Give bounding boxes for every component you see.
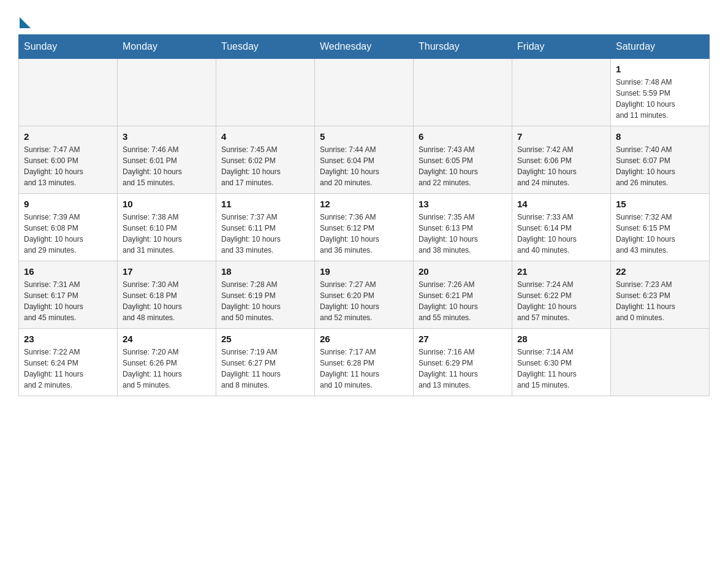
day-info: Sunrise: 7:27 AM Sunset: 6:20 PM Dayligh… <box>320 279 408 323</box>
day-info: Sunrise: 7:45 AM Sunset: 6:02 PM Dayligh… <box>221 144 309 188</box>
calendar-cell <box>611 329 710 396</box>
calendar-cell: 24Sunrise: 7:20 AM Sunset: 6:26 PM Dayli… <box>118 329 216 396</box>
calendar-cell: 27Sunrise: 7:16 AM Sunset: 6:29 PM Dayli… <box>414 329 512 396</box>
day-info: Sunrise: 7:26 AM Sunset: 6:21 PM Dayligh… <box>419 279 507 323</box>
day-number: 10 <box>123 199 211 209</box>
day-number: 12 <box>320 199 408 209</box>
day-info: Sunrise: 7:24 AM Sunset: 6:22 PM Dayligh… <box>517 279 605 323</box>
day-info: Sunrise: 7:14 AM Sunset: 6:30 PM Dayligh… <box>517 347 605 391</box>
calendar-cell: 10Sunrise: 7:38 AM Sunset: 6:10 PM Dayli… <box>118 194 216 261</box>
day-number: 26 <box>320 334 408 344</box>
day-info: Sunrise: 7:46 AM Sunset: 6:01 PM Dayligh… <box>123 144 211 188</box>
day-info: Sunrise: 7:16 AM Sunset: 6:29 PM Dayligh… <box>419 347 507 391</box>
calendar-week-row: 1Sunrise: 7:48 AM Sunset: 5:59 PM Daylig… <box>19 59 710 126</box>
day-info: Sunrise: 7:33 AM Sunset: 6:14 PM Dayligh… <box>517 212 605 256</box>
day-number: 4 <box>221 131 309 142</box>
calendar-cell <box>315 59 414 126</box>
day-number: 7 <box>517 131 605 142</box>
calendar-cell: 15Sunrise: 7:32 AM Sunset: 6:15 PM Dayli… <box>611 194 710 261</box>
column-header-thursday: Thursday <box>414 35 512 59</box>
day-number: 27 <box>419 334 507 344</box>
day-number: 19 <box>320 266 408 277</box>
calendar-cell: 2Sunrise: 7:47 AM Sunset: 6:00 PM Daylig… <box>19 126 118 194</box>
day-number: 18 <box>221 266 309 277</box>
calendar-cell <box>512 59 611 126</box>
day-number: 11 <box>221 199 309 209</box>
calendar-table: SundayMondayTuesdayWednesdayThursdayFrid… <box>18 34 710 396</box>
column-header-monday: Monday <box>118 35 216 59</box>
day-info: Sunrise: 7:40 AM Sunset: 6:07 PM Dayligh… <box>616 144 704 188</box>
day-info: Sunrise: 7:47 AM Sunset: 6:00 PM Dayligh… <box>24 144 112 188</box>
day-number: 3 <box>123 131 211 142</box>
calendar-week-row: 2Sunrise: 7:47 AM Sunset: 6:00 PM Daylig… <box>19 126 710 194</box>
calendar-cell: 5Sunrise: 7:44 AM Sunset: 6:04 PM Daylig… <box>315 126 414 194</box>
day-info: Sunrise: 7:42 AM Sunset: 6:06 PM Dayligh… <box>517 144 605 188</box>
calendar-cell: 13Sunrise: 7:35 AM Sunset: 6:13 PM Dayli… <box>414 194 512 261</box>
calendar-week-row: 9Sunrise: 7:39 AM Sunset: 6:08 PM Daylig… <box>19 194 710 261</box>
day-info: Sunrise: 7:39 AM Sunset: 6:08 PM Dayligh… <box>24 212 112 256</box>
calendar-week-row: 16Sunrise: 7:31 AM Sunset: 6:17 PM Dayli… <box>19 261 710 329</box>
calendar-cell: 4Sunrise: 7:45 AM Sunset: 6:02 PM Daylig… <box>216 126 315 194</box>
day-number: 21 <box>517 266 605 277</box>
calendar-week-row: 23Sunrise: 7:22 AM Sunset: 6:24 PM Dayli… <box>19 329 710 396</box>
day-number: 8 <box>616 131 704 142</box>
calendar-cell: 12Sunrise: 7:36 AM Sunset: 6:12 PM Dayli… <box>315 194 414 261</box>
day-info: Sunrise: 7:32 AM Sunset: 6:15 PM Dayligh… <box>616 212 704 256</box>
page-header <box>18 12 710 28</box>
calendar-cell: 22Sunrise: 7:23 AM Sunset: 6:23 PM Dayli… <box>611 261 710 329</box>
day-number: 15 <box>616 199 704 209</box>
day-info: Sunrise: 7:35 AM Sunset: 6:13 PM Dayligh… <box>419 212 507 256</box>
day-info: Sunrise: 7:28 AM Sunset: 6:19 PM Dayligh… <box>221 279 309 323</box>
calendar-cell: 20Sunrise: 7:26 AM Sunset: 6:21 PM Dayli… <box>414 261 512 329</box>
logo-arrow-icon <box>20 17 31 28</box>
column-header-saturday: Saturday <box>611 35 710 59</box>
day-number: 22 <box>616 266 704 277</box>
day-info: Sunrise: 7:43 AM Sunset: 6:05 PM Dayligh… <box>419 144 507 188</box>
day-info: Sunrise: 7:44 AM Sunset: 6:04 PM Dayligh… <box>320 144 408 188</box>
day-info: Sunrise: 7:36 AM Sunset: 6:12 PM Dayligh… <box>320 212 408 256</box>
calendar-cell: 16Sunrise: 7:31 AM Sunset: 6:17 PM Dayli… <box>19 261 118 329</box>
day-number: 14 <box>517 199 605 209</box>
calendar-cell: 23Sunrise: 7:22 AM Sunset: 6:24 PM Dayli… <box>19 329 118 396</box>
day-info: Sunrise: 7:19 AM Sunset: 6:27 PM Dayligh… <box>221 347 309 391</box>
day-info: Sunrise: 7:31 AM Sunset: 6:17 PM Dayligh… <box>24 279 112 323</box>
calendar-cell: 9Sunrise: 7:39 AM Sunset: 6:08 PM Daylig… <box>19 194 118 261</box>
calendar-cell <box>19 59 118 126</box>
day-number: 13 <box>419 199 507 209</box>
day-info: Sunrise: 7:37 AM Sunset: 6:11 PM Dayligh… <box>221 212 309 256</box>
day-info: Sunrise: 7:38 AM Sunset: 6:10 PM Dayligh… <box>123 212 211 256</box>
column-header-friday: Friday <box>512 35 611 59</box>
calendar-cell: 6Sunrise: 7:43 AM Sunset: 6:05 PM Daylig… <box>414 126 512 194</box>
day-info: Sunrise: 7:48 AM Sunset: 5:59 PM Dayligh… <box>616 77 704 121</box>
day-info: Sunrise: 7:30 AM Sunset: 6:18 PM Dayligh… <box>123 279 211 323</box>
day-info: Sunrise: 7:23 AM Sunset: 6:23 PM Dayligh… <box>616 279 704 323</box>
day-info: Sunrise: 7:22 AM Sunset: 6:24 PM Dayligh… <box>24 347 112 391</box>
day-info: Sunrise: 7:20 AM Sunset: 6:26 PM Dayligh… <box>123 347 211 391</box>
day-number: 9 <box>24 199 112 209</box>
calendar-cell: 18Sunrise: 7:28 AM Sunset: 6:19 PM Dayli… <box>216 261 315 329</box>
column-header-tuesday: Tuesday <box>216 35 315 59</box>
day-number: 25 <box>221 334 309 344</box>
day-info: Sunrise: 7:17 AM Sunset: 6:28 PM Dayligh… <box>320 347 408 391</box>
day-number: 1 <box>616 64 704 74</box>
calendar-header-row: SundayMondayTuesdayWednesdayThursdayFrid… <box>19 35 710 59</box>
day-number: 28 <box>517 334 605 344</box>
calendar-cell: 17Sunrise: 7:30 AM Sunset: 6:18 PM Dayli… <box>118 261 216 329</box>
calendar-cell: 7Sunrise: 7:42 AM Sunset: 6:06 PM Daylig… <box>512 126 611 194</box>
day-number: 24 <box>123 334 211 344</box>
calendar-cell <box>118 59 216 126</box>
day-number: 23 <box>24 334 112 344</box>
calendar-cell <box>216 59 315 126</box>
calendar-cell: 21Sunrise: 7:24 AM Sunset: 6:22 PM Dayli… <box>512 261 611 329</box>
day-number: 2 <box>24 131 112 142</box>
calendar-cell: 26Sunrise: 7:17 AM Sunset: 6:28 PM Dayli… <box>315 329 414 396</box>
day-number: 6 <box>419 131 507 142</box>
calendar-cell: 1Sunrise: 7:48 AM Sunset: 5:59 PM Daylig… <box>611 59 710 126</box>
day-number: 5 <box>320 131 408 142</box>
calendar-cell: 8Sunrise: 7:40 AM Sunset: 6:07 PM Daylig… <box>611 126 710 194</box>
calendar-cell: 3Sunrise: 7:46 AM Sunset: 6:01 PM Daylig… <box>118 126 216 194</box>
column-header-sunday: Sunday <box>19 35 118 59</box>
calendar-cell <box>414 59 512 126</box>
day-number: 20 <box>419 266 507 277</box>
logo <box>18 12 31 28</box>
